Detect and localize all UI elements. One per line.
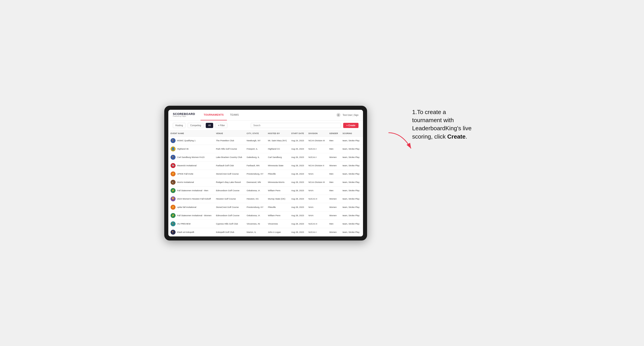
filter-options-button[interactable]: ≡ Filter [216,123,227,128]
cell-gender: Women [327,203,340,211]
event-icon: 🏆 [170,196,176,201]
cell-hosted-by: William Penn [266,211,289,220]
table-row: 🏌 Klash at Kokopelli Kokopelli Golf Club… [168,228,363,236]
search-input[interactable] [251,123,341,128]
cell-venue: StoneCrest Golf Course [214,170,244,178]
create-button[interactable]: + Create [343,123,358,128]
cell-event-name: 🏌 Carl Sandburg Women FA23 [168,153,214,161]
cell-hosted-by: Mt. Saint Mary (NY) [266,136,289,145]
filter-all-button[interactable]: All [206,123,213,128]
cell-scoring: team, Stroke Play [340,186,362,195]
annotation-text: 1.To create a tournament with Leaderboar… [408,106,480,143]
tournaments-table: EVENT NAME VENUE CITY, STATE HOSTED BY S… [168,131,363,236]
cell-actions: ✎ Edit [362,186,363,195]
cell-venue: Edmundson Golf Course [214,186,244,195]
user-text: Test User | Sign [343,114,358,116]
nav-tab-teams[interactable]: TEAMS [227,110,242,121]
cell-event-name: 🐃 Maverick Invitational [168,161,214,170]
cell-city-state: Vincennes, IN [244,220,266,228]
cell-gender: Men [327,220,340,228]
cell-start-date: Aug 28, 2023 [289,203,306,211]
cell-hosted-by: Murray State (OK) [266,195,289,203]
cell-scoring: team, Stroke Play [340,145,362,153]
table-row: 👤 Highland 36 Park Hills Golf Course Fre… [168,145,363,153]
cell-city-state: Galesburg, IL [244,153,266,161]
cell-division: NJCAA I [306,145,327,153]
cell-actions: ✎ Edit [362,211,363,220]
cell-venue: Cypress Hills Golf Club [214,220,244,228]
event-icon: 🐃 [170,163,176,168]
event-icon: ⚡ [170,172,176,176]
cell-actions: ✎ Edit [362,203,363,211]
arrow-graphic [384,131,416,153]
table-row: ⚡ Fall Statesmen Invitational - Men Edmu… [168,186,363,195]
cell-hosted-by: Pikeville [266,203,289,211]
page-wrapper: 1.To create a tournament with Leaderboar… [164,106,480,240]
event-icon: 🏌 [170,230,176,235]
col-event-name: EVENT NAME [168,131,214,137]
cell-division: NJCAA I [306,228,327,236]
filter-competing-button[interactable]: Competing [188,123,204,128]
event-icon: ⚡ [170,188,176,193]
cell-scoring: team, Stroke Play [340,170,362,178]
cell-actions: ✎ Edit [362,153,363,161]
cell-division: NAIA [306,211,327,220]
filter-hosting-button[interactable]: Hosting [173,123,186,128]
logo-sub: Powered by Clippit [173,115,195,117]
cell-hosted-by: William Penn [266,186,289,195]
cell-gender: Men [327,136,340,145]
cell-division: NJCAA I [306,153,327,161]
settings-icon[interactable]: ⚙ [336,113,340,117]
app-header: SCOREBOARD Powered by Clippit TOURNAMENT… [168,110,363,121]
event-icon: 🏌 [170,221,176,226]
cell-gender: Men [327,170,340,178]
cell-venue: Ruttger's Bay Lake Resort [214,178,244,186]
cell-actions: ✎ Edit [362,178,363,186]
toolbar: Hosting Competing All ≡ Filter + Create [168,121,363,131]
cell-gender: Men [327,178,340,186]
cell-start-date: Aug 28, 2023 [289,161,306,170]
cell-scoring: team, Stroke Play [340,178,362,186]
cell-event-name: 🏌 MSMC Qualifying 1 [168,136,214,145]
event-name-text: Fall Statesmen Invitational - Men [177,189,208,192]
cell-event-name: 🏌 VU PREVIEW [168,220,214,228]
event-name-text: UPIKE Fall Invite [177,173,193,175]
event-icon: ⚡ [170,213,176,218]
event-name-text: VU PREVIEW [177,222,191,225]
cell-start-date: Aug 28, 2023 [289,170,306,178]
event-icon: ⚡ [170,205,176,210]
table-row: 🏆 2023 Women's Hesston Fall Kickoff Hess… [168,195,363,203]
cell-city-state: Marion, IL [244,228,266,236]
cell-event-name: 🦅 Morris Invitational [168,178,214,186]
cell-gender: Women [327,195,340,203]
nav-tab-tournaments[interactable]: TOURNAMENTS [200,110,227,121]
table-row: ⚡ Fall Statesmen Invitational - Women Ed… [168,211,363,220]
cell-gender: Women [327,153,340,161]
cell-hosted-by: Minnesota State [266,161,289,170]
event-name-text: Fall Statesmen Invitational - Women [177,214,211,217]
col-start-date: START DATE [289,131,306,137]
cell-start-date: Aug 28, 2023 [289,228,306,236]
table-header-row: EVENT NAME VENUE CITY, STATE HOSTED BY S… [168,131,363,137]
cell-venue: Edmundson Golf Course [214,211,244,220]
event-name-text: Highland 36 [177,148,188,150]
cell-city-state: Oskaloosa, IA [244,211,266,220]
cell-city-state: Prestonsburg, KY [244,170,266,178]
cell-scoring: team, Stroke Play [340,153,362,161]
table-row: ⚡ upike fall invitational StoneCrest Gol… [168,203,363,211]
table-row: 🏌 MSMC Qualifying 1 The Powelton Club Ne… [168,136,363,145]
cell-city-state: Freeport, IL [244,145,266,153]
cell-start-date: Aug 28, 2023 [289,195,306,203]
cell-scoring: team, Stroke Play [340,211,362,220]
col-city-state: CITY, STATE [244,131,266,137]
event-name-text: Carl Sandburg Women FA23 [177,156,204,158]
event-name-text: upike fall invitational [177,206,196,208]
tournaments-table-container: EVENT NAME VENUE CITY, STATE HOSTED BY S… [168,131,363,236]
table-row: ⚡ UPIKE Fall Invite StoneCrest Golf Cour… [168,170,363,178]
event-icon: 🦅 [170,180,176,185]
cell-actions: ✎ Edit [362,145,363,153]
cell-division: NAIA [306,186,327,195]
cell-event-name: 👤 Highland 36 [168,145,214,153]
cell-city-state: Faribault, MN [244,161,266,170]
cell-start-date: Aug 28, 2023 [289,220,306,228]
